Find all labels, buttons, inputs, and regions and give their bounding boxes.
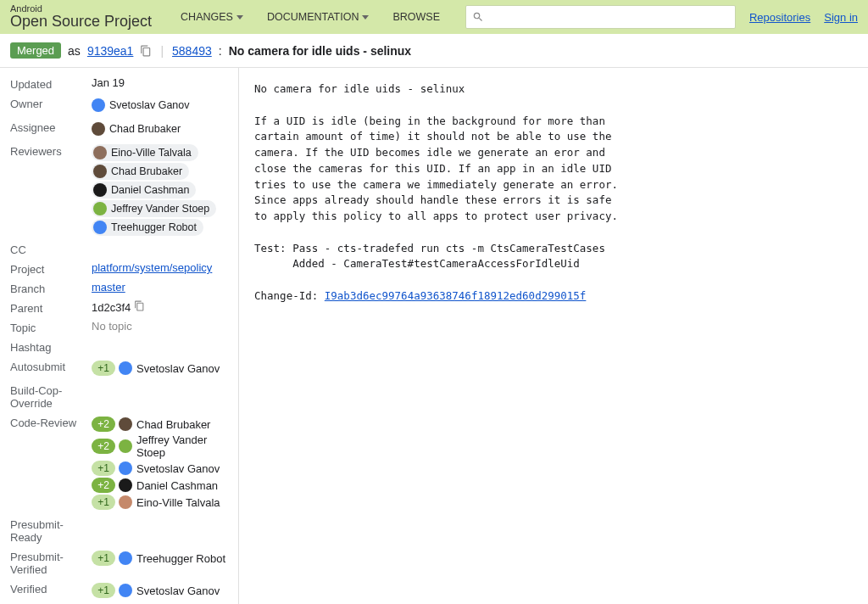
avatar [119,478,132,492]
assignee-label: Assignee [10,120,92,134]
voter-name: Eino-Ville Talvala [136,496,220,509]
vote-score: +1 [92,495,115,510]
presubmit-verified-label: Presubmit-Verified [10,549,92,576]
reviewer-chip[interactable]: Chad Brubaker [92,163,189,180]
owner-label: Owner [10,96,92,110]
vote-score: +1 [92,361,115,376]
avatar [93,202,107,215]
parent-label: Parent [10,300,92,315]
avatar [119,495,132,509]
avatar [119,461,132,475]
signin-link[interactable]: Sign in [824,11,858,24]
avatar [119,584,132,597]
vote-score: +1 [92,551,115,566]
voter-name: Chad Brubaker [136,418,210,431]
logo-line1: Android [10,4,152,14]
vote-score: +1 [92,461,115,476]
avatar [92,98,105,112]
avatar [119,417,132,431]
project-label: Project [10,261,92,276]
copy-icon[interactable] [134,300,145,311]
project-link[interactable]: platform/system/sepolicy [92,261,212,274]
copy-icon[interactable] [140,45,152,57]
reviewer-chip[interactable]: Jeffrey Vander Stoep [92,200,216,217]
commit-message: No camera for idle uids - selinux If a U… [254,81,853,305]
search-icon [472,11,484,23]
chevron-down-icon [362,15,369,20]
tab-documentation[interactable]: DOCUMENTATION [255,4,381,30]
codereview-label: Code-Review [10,415,92,429]
autosubmit-label: Autosubmit [10,359,92,373]
reviewer-chip[interactable]: Eino-Ville Talvala [92,144,198,161]
avatar [92,122,105,136]
reviewers-label: Reviewers [10,143,92,158]
updated-label: Updated [10,76,92,91]
avatar [93,221,107,234]
avatar [93,165,107,178]
voter-name: Daniel Cashman [136,479,218,492]
chevron-down-icon [236,15,243,20]
avatar [119,439,132,453]
commit-link[interactable]: 9139ea1 [87,44,134,58]
owner-chip[interactable]: Svetoslav Ganov [92,97,197,114]
cc-label: CC [10,242,92,256]
vote-score: +2 [92,417,115,432]
status-badge: Merged [10,42,61,59]
voter-name: Svetoslav Ganov [136,362,220,375]
logo-line2: Open Source Project [10,14,152,31]
search-input[interactable] [465,5,736,29]
presubmit-ready-label: Presubmit-Ready [10,517,92,544]
branch-link[interactable]: master [92,281,125,294]
avatar [93,183,107,197]
branch-label: Branch [10,281,92,295]
change-number-link[interactable]: 588493 [172,44,212,58]
voter-name: Jeffrey Vander Stoep [136,433,228,459]
hashtag-label: Hashtag [10,339,92,354]
vote-score: +1 [92,583,115,598]
topic-value: No topic [92,320,228,333]
assignee-chip[interactable]: Chad Brubaker [92,120,187,137]
buildcop-label: Build-Cop-Override [10,383,92,410]
avatar [93,146,107,159]
verified-label: Verified [10,581,92,596]
voter-name: Treehugger Robot [136,552,225,565]
avatar [119,551,132,565]
parent-sha: 1d2c3f4 [92,301,131,314]
tab-changes[interactable]: CHANGES [169,4,255,30]
logo[interactable]: Android Open Source Project [10,4,152,31]
voter-name: Svetoslav Ganov [136,462,220,475]
reviewer-chip[interactable]: Daniel Cashman [92,182,196,199]
vote-score: +2 [92,439,115,454]
reviewer-chip[interactable]: Treehugger Robot [92,219,203,236]
vote-score: +2 [92,478,115,493]
change-id-link[interactable]: I9ab3d6ec99764a93638746f18912ed60d299015… [325,289,587,302]
tab-browse[interactable]: BROWSE [381,4,452,30]
repositories-link[interactable]: Repositories [749,11,810,24]
topic-label: Topic [10,320,92,334]
change-title: No camera for idle uids - selinux [229,44,412,58]
as-text: as [68,44,81,58]
voter-name: Svetoslav Ganov [136,584,220,597]
avatar [119,361,132,375]
updated-value: Jan 19 [92,76,228,89]
